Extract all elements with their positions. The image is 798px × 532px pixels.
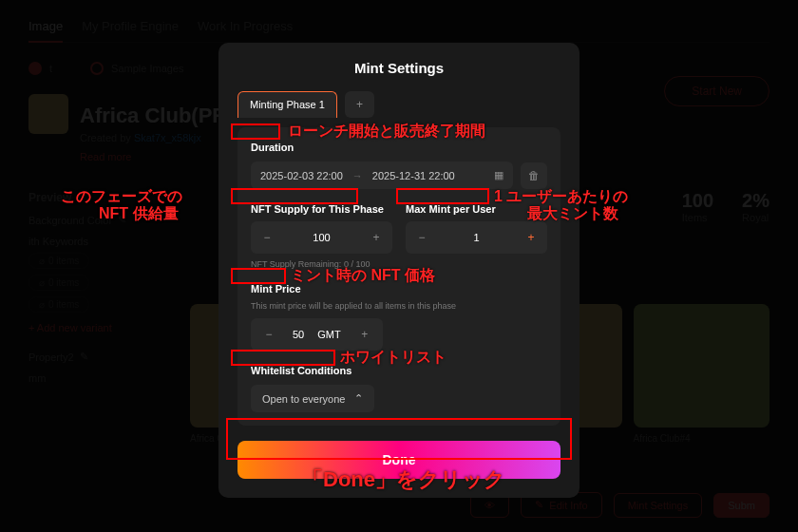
maxmint-stepper: − 1 + <box>406 221 547 254</box>
maxmint-minus[interactable]: − <box>411 227 432 248</box>
calendar-icon[interactable]: ▦ <box>494 169 504 181</box>
annot-text-done: 「Done」をクリック <box>302 466 505 494</box>
price-unit: GMT <box>317 329 340 340</box>
annot-text-maxmint-2: 最大ミント数 <box>527 204 618 224</box>
supply-stepper: − 100 + <box>251 221 392 254</box>
annot-text-supply-2: NFT 供給量 <box>99 204 179 224</box>
delete-phase-button[interactable]: 🗑 <box>521 162 547 189</box>
whitelist-value: Open to everyone <box>262 393 345 405</box>
maxmint-value[interactable]: 1 <box>473 232 479 243</box>
supply-value[interactable]: 100 <box>313 232 330 243</box>
supply-minus[interactable]: − <box>256 227 277 248</box>
maxmint-label: Max Mint per User <box>406 203 496 215</box>
annot-box-supply <box>231 188 358 204</box>
price-value[interactable]: 50 <box>293 329 304 340</box>
date-start: 2025-02-03 22:00 <box>260 170 343 181</box>
whitelist-select[interactable]: Open to everyone ⌃ <box>251 385 374 412</box>
modal-title: Mint Settings <box>238 60 560 76</box>
supply-label: NFT Supply for This Phase <box>251 203 384 215</box>
annot-text-price: ミント時の NFT 価格 <box>291 266 435 286</box>
price-plus[interactable]: + <box>354 324 375 345</box>
price-hint: This mint price will be applied to all i… <box>251 301 547 311</box>
price-minus[interactable]: − <box>258 324 279 345</box>
duration-label: Duration <box>251 142 294 153</box>
add-phase-button[interactable]: + <box>345 91 374 118</box>
plus-icon: + <box>356 98 363 111</box>
annot-text-duration: ローンチ開始と販売終了期間 <box>288 122 485 142</box>
annot-box-price <box>231 268 286 284</box>
annot-box-duration <box>231 124 280 140</box>
annot-text-whitelist: ホワイトリスト <box>340 348 446 368</box>
chevron-up-icon: ⌃ <box>354 392 363 405</box>
maxmint-plus[interactable]: + <box>521 227 542 248</box>
date-range-input[interactable]: 2025-02-03 22:00 → 2025-12-31 22:00 ▦ <box>251 162 513 189</box>
annot-box-maxmint <box>396 188 489 204</box>
phase-tab-1[interactable]: Minting Phase 1 <box>238 91 337 118</box>
supply-plus[interactable]: + <box>366 227 387 248</box>
annot-box-done <box>226 418 572 460</box>
annot-box-whitelist <box>231 350 335 366</box>
arrow-right-icon: → <box>352 170 363 181</box>
whitelist-label: Whitelist Conditions <box>251 365 352 376</box>
date-end: 2025-12-31 22:00 <box>372 170 455 181</box>
trash-icon: 🗑 <box>528 169 540 182</box>
price-stepper: − 50 GMT + <box>251 318 383 351</box>
